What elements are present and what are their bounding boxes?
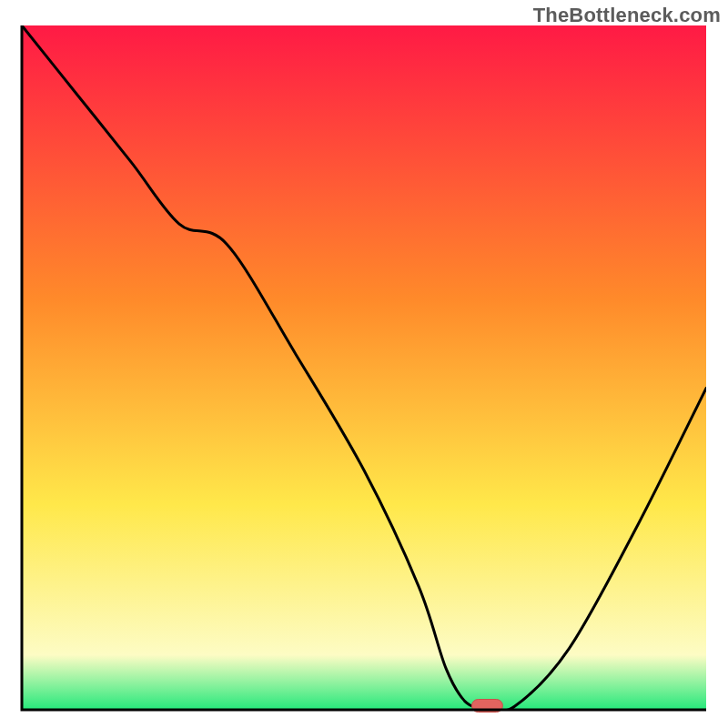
- plot-background: [22, 25, 706, 710]
- watermark-text: TheBottleneck.com: [533, 4, 721, 27]
- chart-svg: [0, 0, 728, 728]
- chart-stage: TheBottleneck.com: [0, 0, 728, 728]
